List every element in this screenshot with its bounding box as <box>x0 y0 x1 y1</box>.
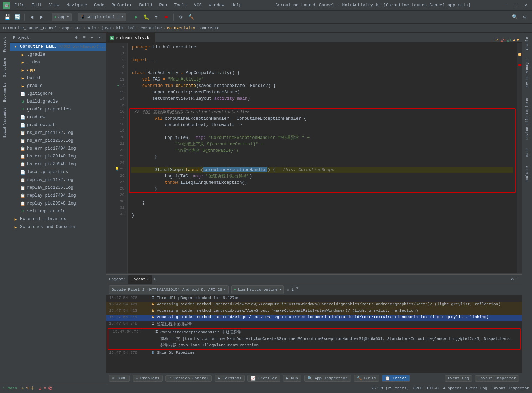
gradle-sync-button[interactable]: 🔨 <box>186 13 195 21</box>
logcat-minimize-btn[interactable]: ─ <box>517 277 519 282</box>
status-right[interactable]: 25:53 (25 chars) CRLF UTF-8 4 spaces Eve… <box>371 386 529 391</box>
tree-root[interactable]: ▼ Coroutine_Launch_Cancel YA002_WorkSpac… <box>10 43 106 51</box>
event-log-btn[interactable]: Event Log <box>466 386 487 391</box>
structure-tab[interactable]: Structure <box>1 55 8 80</box>
breadcrumb-mainactivity[interactable]: MainActivity <box>167 26 195 30</box>
add-tab-button[interactable]: + <box>152 276 158 282</box>
run-button[interactable]: ▶ <box>132 13 140 21</box>
tree-item-replaylog3[interactable]: 📋 replay_pid17404.log <box>10 192 106 200</box>
close-button[interactable]: ✕ <box>522 2 529 9</box>
tree-item-log2[interactable]: 📋 hs_err_pid1236.log <box>10 137 106 145</box>
log-content[interactable]: 15:47:54.076 I ThreadFlipBegin blocked f… <box>106 295 522 373</box>
menu-vcs[interactable]: VCS <box>193 2 203 9</box>
panel-header-actions[interactable]: ⚙ ≡ ─ ✕ <box>73 35 103 41</box>
make-tab[interactable]: make <box>524 145 531 160</box>
layout-inspector-btn[interactable]: Layout Inspector <box>475 375 519 382</box>
package-filter-dropdown[interactable]: ● kim.hsl.coroutine ▾ <box>231 285 284 294</box>
logcat-settings-btn[interactable]: ⚙ <box>511 276 514 282</box>
tree-item-external[interactable]: ▶ External Libraries <box>10 215 106 223</box>
tree-item-log1[interactable]: 📋 hs_err_pid1172.log <box>10 129 106 137</box>
logcat-tab[interactable]: Logcat ✕ <box>128 275 152 284</box>
status-warnings[interactable]: ⚠ 3 中 <box>21 386 35 391</box>
menu-edit[interactable]: Edit <box>30 2 44 9</box>
scroll-up-btn[interactable]: ▲ <box>513 38 516 42</box>
tree-item-gradle[interactable]: ▶ .gradle <box>10 51 106 58</box>
forward-button[interactable]: ▶ <box>37 13 46 21</box>
menu-navigate[interactable]: Navigate <box>65 2 88 9</box>
tree-item-gradle2[interactable]: ▶ gradle <box>10 82 106 90</box>
window-controls[interactable]: ─ □ ✕ <box>503 2 529 9</box>
menu-code[interactable]: Code <box>93 2 106 9</box>
file-tree[interactable]: ▼ Coroutine_Launch_Cancel YA002_WorkSpac… <box>10 43 106 383</box>
save-button[interactable]: 💾 <box>3 13 11 21</box>
settings-button[interactable]: ⚙ <box>521 13 529 21</box>
menu-refactor[interactable]: Refactor <box>110 2 134 9</box>
debug-button[interactable]: 🐛 <box>142 13 150 21</box>
tree-item-idea[interactable]: ▶ .idea <box>10 58 106 66</box>
tree-item-settingsgradle[interactable]: G settings.gradle <box>10 207 106 215</box>
breadcrumb-project[interactable]: Coroutine_Launch_Cancel <box>3 26 57 30</box>
bookmarks-tab[interactable]: Bookmarks <box>1 80 8 105</box>
tree-item-localprops[interactable]: 📄 local.properties <box>10 168 106 176</box>
logcat-star-btn[interactable]: ☆ <box>287 287 289 292</box>
editor-tabs[interactable]: K MainActivity.kt ⚠1 △3 △1 ▲ ▼ <box>106 33 522 43</box>
logcat-tabs[interactable]: Logcat: Logcat ✕ + ⚙ ─ <box>106 274 522 284</box>
scroll-down-btn[interactable]: ▼ <box>517 38 519 42</box>
logcat-filter-actions[interactable]: ☆ ⤓ ? <box>287 287 298 292</box>
tree-item-gradlew[interactable]: 📄 gradlew <box>10 113 106 121</box>
app-inspection-btn[interactable]: 🔍 App Inspection <box>304 375 351 382</box>
tree-item-build[interactable]: ▶ build <box>10 74 106 82</box>
profiler-btn[interactable]: 📈 Profiler <box>247 375 280 382</box>
breadcrumb-app[interactable]: app <box>62 26 69 30</box>
tree-item-replaylog4[interactable]: 📋 replay_pid20948.log <box>10 200 106 207</box>
build-variants-tab[interactable]: Build Variants <box>1 105 8 140</box>
tree-item-buildgradle[interactable]: G build.gradle <box>10 98 106 105</box>
logcat-scroll-end-btn[interactable]: ⤓ <box>291 287 295 292</box>
status-left[interactable]: ⑂ main ⚠ 3 中 △ 0 收 <box>3 386 52 391</box>
breadcrumb-src[interactable]: src <box>75 26 82 30</box>
build-btn[interactable]: 🔨 Build <box>354 375 379 382</box>
project-tab[interactable]: Project <box>1 34 8 55</box>
tree-item-gradlewbat[interactable]: 📄 gradlew.bat <box>10 121 106 129</box>
app-dropdown[interactable]: ▶ app ▾ <box>52 13 72 21</box>
menu-help[interactable]: Help <box>230 2 243 9</box>
layout-inspector-btn[interactable]: Layout Inspector <box>491 386 529 391</box>
status-indent[interactable]: 4 spaces <box>443 386 462 391</box>
build-button[interactable]: ⚙ <box>177 13 185 21</box>
log-row[interactable]: 15:47:54.076 I ThreadFlipBegin blocked f… <box>106 295 522 302</box>
tree-item-app[interactable]: ▶ app <box>10 66 106 74</box>
log-row[interactable]: 15:47:54.423 W Accessing hidden method L… <box>106 308 522 315</box>
breadcrumb-java[interactable]: java <box>101 26 111 30</box>
log-row[interactable]: 15:47:54.754 I CoroutineExceptionHandler… <box>110 329 518 336</box>
tree-item-log5[interactable]: 📋 hs_err_pid20948.log <box>10 160 106 168</box>
stop-button[interactable]: ■ <box>162 13 170 21</box>
logcat-help-btn[interactable]: ? <box>296 287 298 292</box>
tree-item-scratches[interactable]: ▶ Scratches and Consoles <box>10 223 106 231</box>
gradle-tab[interactable]: Gradle <box>524 34 531 53</box>
log-row[interactable]: 15:47:54.421 W Accessing hidden method L… <box>106 302 522 308</box>
status-errors[interactable]: △ 0 收 <box>39 386 52 391</box>
breadcrumb-hsl[interactable]: hsl <box>128 26 135 30</box>
version-control-btn[interactable]: ⑂ Version Control <box>165 375 212 382</box>
menu-window[interactable]: Window <box>208 2 226 9</box>
menu-bar[interactable]: File Edit View Navigate Code Refactor Bu… <box>13 2 243 9</box>
minimize-button[interactable]: ─ <box>503 2 510 9</box>
logcat-tab-close[interactable]: ✕ <box>147 277 149 281</box>
status-branch[interactable]: ⑂ main <box>3 386 17 391</box>
code-content[interactable]: package kim.hsl.coroutine import ... cla… <box>128 43 517 273</box>
terminal-btn[interactable]: ▶ Terminal <box>215 375 245 382</box>
tree-item-log4[interactable]: 📋 hs_err_pid20140.log <box>10 152 106 160</box>
sync-button[interactable]: 🔄 <box>13 13 21 21</box>
tree-item-log3[interactable]: 📋 hs_err_pid17404.log <box>10 145 106 152</box>
menu-run[interactable]: Run <box>158 2 168 9</box>
panel-expand-btn[interactable]: ≡ <box>81 35 87 41</box>
log-row[interactable]: 异常内容 java.lang.IllegalArgumentException <box>110 342 518 348</box>
tree-item-replaylog1[interactable]: 📋 replay_pid1172.log <box>10 176 106 184</box>
panel-settings-btn[interactable]: ⚙ <box>73 35 80 41</box>
editor-tab-mainactivity[interactable]: K MainActivity.kt <box>106 33 155 42</box>
event-log-btn[interactable]: Event Log <box>445 375 472 382</box>
status-encoding[interactable]: UTF-8 <box>427 386 439 391</box>
tree-item-replaylog2[interactable]: 📋 replay_pid1236.log <box>10 184 106 192</box>
tree-item-gitignore[interactable]: 📄 .gitignore <box>10 90 106 98</box>
device-dropdown[interactable]: 📱 Google Pixel 2 ▾ <box>78 13 126 21</box>
